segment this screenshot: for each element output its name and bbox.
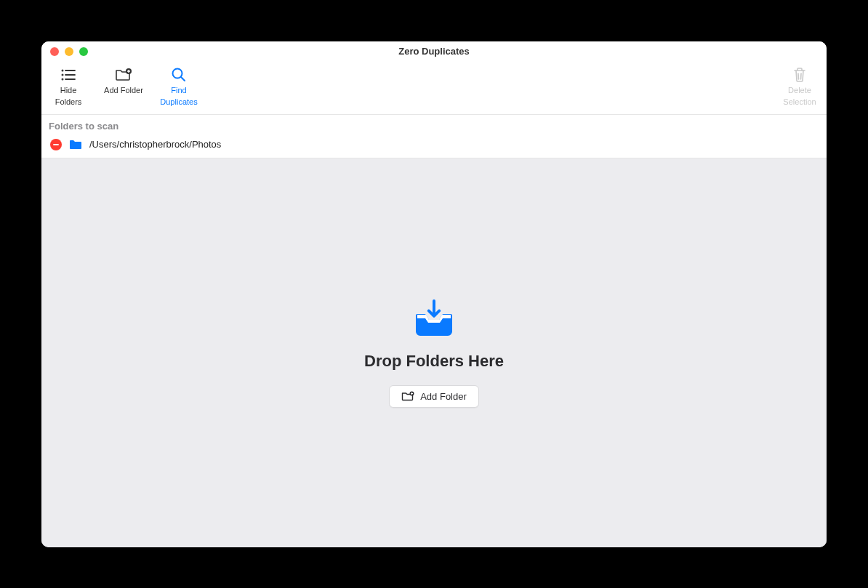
svg-point-2 [62, 74, 63, 75]
toolbar-label: Selection [783, 97, 816, 107]
svg-point-4 [62, 78, 63, 79]
window-title: Zero Duplicates [41, 46, 827, 57]
add-folder-button[interactable]: Add Folder [104, 66, 143, 95]
svg-line-11 [798, 73, 799, 79]
folders-section: Folders to scan /Users/christopherbrock/… [41, 115, 827, 158]
trash-icon [791, 66, 808, 84]
zoom-window-button[interactable] [79, 47, 88, 56]
find-duplicates-button[interactable]: Find Duplicates [159, 66, 198, 107]
toolbar-label: Duplicates [160, 97, 197, 107]
toolbar-label: Add Folder [104, 86, 143, 95]
toolbar-label: Folders [55, 97, 82, 107]
folder-row: /Users/christopherbrock/Photos [41, 134, 827, 158]
search-icon [170, 66, 188, 84]
svg-line-10 [181, 77, 185, 81]
folder-plus-icon [401, 391, 414, 401]
minimize-window-button[interactable] [65, 47, 73, 56]
inbox-download-icon [413, 298, 455, 337]
remove-folder-button[interactable] [50, 139, 62, 150]
titlebar: Zero Duplicates [41, 41, 827, 62]
button-label: Add Folder [420, 391, 467, 402]
toolbar-label: Hide [60, 86, 77, 95]
svg-point-0 [62, 70, 63, 71]
folder-plus-icon [115, 66, 132, 84]
hide-folders-button[interactable]: Hide Folders [49, 66, 88, 107]
dropzone-title: Drop Folders Here [364, 352, 504, 371]
folder-icon [69, 140, 82, 150]
dropzone[interactable]: Drop Folders Here Add Folder [41, 158, 827, 547]
dropzone-add-folder-button[interactable]: Add Folder [389, 385, 479, 408]
traffic-lights [41, 47, 88, 56]
delete-selection-button: Delete Selection [780, 66, 819, 107]
app-window: Zero Duplicates Hide Folders [41, 41, 827, 547]
toolbar: Hide Folders Add Folder Find [41, 62, 827, 115]
close-window-button[interactable] [50, 47, 59, 56]
toolbar-label: Delete [788, 86, 811, 95]
folder-path: /Users/christopherbrock/Photos [89, 139, 221, 150]
folders-header: Folders to scan [41, 115, 827, 134]
svg-line-12 [801, 73, 802, 79]
toolbar-label: Find [171, 86, 186, 95]
list-icon [60, 66, 77, 84]
